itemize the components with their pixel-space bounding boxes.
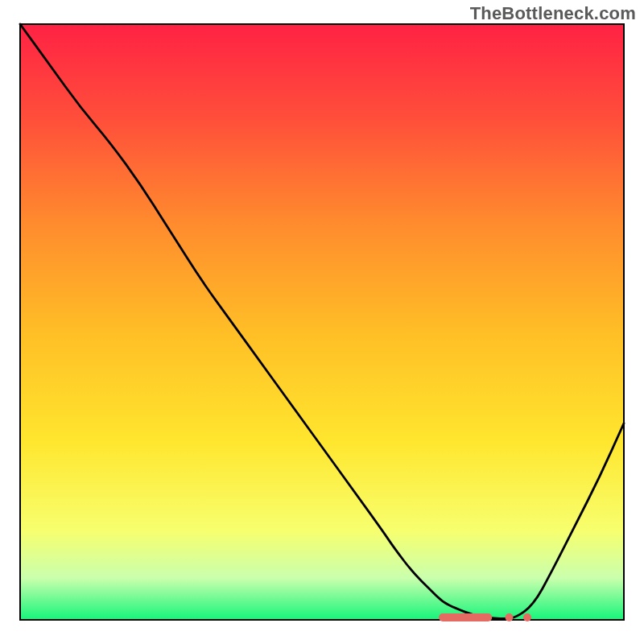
bottleneck-chart (0, 0, 644, 644)
svg-point-2 (523, 613, 531, 621)
chart-container: TheBottleneck.com (0, 0, 644, 644)
plot-area (20, 24, 624, 620)
svg-point-1 (506, 613, 514, 621)
